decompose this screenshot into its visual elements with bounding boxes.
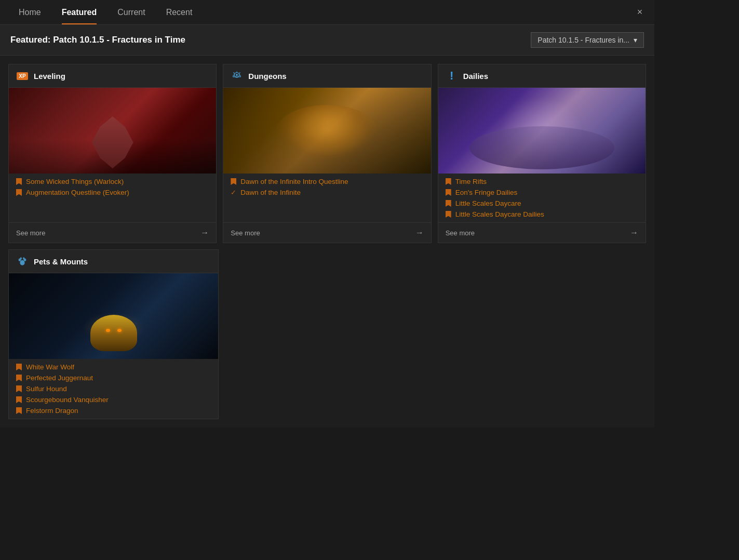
bookmark-icon — [446, 178, 451, 185]
dungeons-see-more[interactable]: See more → — [223, 222, 431, 243]
list-item[interactable]: Augmentation Questline (Evoker) — [16, 189, 209, 196]
dungeon-icon — [231, 70, 243, 82]
sub-header: Featured: Patch 10.1.5 - Fractures in Ti… — [0, 25, 654, 56]
arrow-right-icon: → — [415, 228, 424, 237]
svg-line-3 — [239, 73, 240, 74]
dailies-title: Dailies — [463, 72, 488, 81]
bookmark-icon — [446, 189, 451, 196]
tab-recent[interactable]: Recent — [156, 0, 203, 24]
dungeons-header: Dungeons — [223, 64, 431, 88]
bookmark-icon — [16, 375, 22, 381]
dailies-header: ! Dailies — [438, 64, 646, 88]
dailies-image — [438, 88, 646, 174]
leveling-links: Some Wicked Things (Warlock) Augmentatio… — [9, 174, 216, 222]
pets-mounts-header: Pets & Mounts — [9, 250, 218, 273]
list-item[interactable]: Little Scales Daycare Dailies — [446, 210, 638, 218]
leveling-title: Leveling — [34, 72, 65, 81]
dungeons-section: Dungeons Dawn of the Infinite Intro Ques… — [223, 64, 431, 243]
tab-home[interactable]: Home — [8, 0, 51, 24]
dungeons-links: Dawn of the Infinite Intro Questline ✓ D… — [223, 174, 431, 222]
pets-mounts-image — [9, 273, 218, 359]
dungeons-title: Dungeons — [248, 72, 286, 81]
close-button[interactable]: × — [634, 6, 646, 19]
svg-line-4 — [234, 73, 235, 74]
list-item[interactable]: Little Scales Daycare — [446, 199, 638, 207]
bookmark-icon — [231, 178, 236, 185]
bookmark-icon — [446, 211, 451, 218]
page-title: Featured: Patch 10.1.5 - Fractures in Ti… — [10, 35, 185, 45]
pets-mounts-links: White War Wolf Perfected Juggernaut Sulf… — [9, 359, 218, 419]
title-bar: Home Featured Current Recent × — [0, 0, 654, 25]
svg-point-5 — [20, 260, 24, 265]
paw-icon — [16, 255, 29, 268]
leveling-see-more[interactable]: See more → — [9, 222, 216, 243]
leveling-header: XP Leveling — [9, 64, 216, 88]
patch-dropdown-label: Patch 10.1.5 - Fractures in... — [538, 36, 629, 44]
list-item[interactable]: White War Wolf — [16, 363, 211, 371]
svg-point-9 — [23, 257, 25, 260]
list-item[interactable]: Sulfur Hound — [16, 385, 211, 393]
bookmark-icon — [16, 407, 22, 414]
list-item[interactable]: Eon's Fringe Dailies — [446, 189, 638, 196]
bookmark-icon — [16, 385, 22, 392]
leveling-section: XP Leveling Some Wicked Things (Warlock)… — [8, 64, 217, 243]
pets-mounts-section: Pets & Mounts White War Wolf Perfected J… — [8, 249, 219, 419]
list-item[interactable]: Time Rifts — [446, 178, 638, 185]
dailies-icon: ! — [446, 70, 458, 82]
list-item[interactable]: Felstorm Dragon — [16, 407, 211, 415]
list-item[interactable]: Dawn of the Infinite Intro Questline — [231, 178, 423, 185]
xp-icon: XP — [16, 70, 29, 82]
svg-point-1 — [236, 74, 238, 76]
list-item[interactable]: Perfected Juggernaut — [16, 374, 211, 382]
bookmark-icon — [16, 396, 22, 403]
svg-point-8 — [20, 257, 22, 260]
tab-current[interactable]: Current — [107, 0, 155, 24]
list-item[interactable]: Scourgebound Vanquisher — [16, 396, 211, 404]
bookmark-icon — [446, 200, 451, 207]
arrow-right-icon: → — [630, 228, 638, 237]
bookmark-icon — [16, 178, 22, 185]
check-icon: ✓ — [231, 189, 236, 196]
list-item[interactable]: ✓ Dawn of the Infinite — [231, 189, 423, 196]
list-item[interactable]: Some Wicked Things (Warlock) — [16, 178, 209, 185]
dailies-section: ! Dailies Time Rifts Eon's Fringe Dailie… — [438, 64, 646, 243]
leveling-image — [9, 88, 216, 174]
patch-dropdown[interactable]: Patch 10.1.5 - Fractures in... ▾ — [531, 32, 644, 48]
dailies-links: Time Rifts Eon's Fringe Dailies Little S… — [438, 174, 646, 222]
pets-mounts-title: Pets & Mounts — [34, 257, 88, 266]
top-sections-grid: XP Leveling Some Wicked Things (Warlock)… — [8, 64, 646, 243]
chevron-down-icon: ▾ — [634, 36, 637, 44]
dailies-see-more[interactable]: See more → — [438, 222, 646, 243]
dungeons-image — [223, 88, 431, 174]
bookmark-icon — [16, 189, 22, 196]
bottom-sections-grid: Pets & Mounts White War Wolf Perfected J… — [8, 249, 646, 419]
nav-tabs: Home Featured Current Recent — [8, 0, 203, 24]
tab-featured[interactable]: Featured — [51, 0, 108, 24]
empty-right-area — [225, 249, 646, 419]
bookmark-icon — [16, 364, 22, 370]
arrow-right-icon: → — [200, 228, 209, 237]
main-content: XP Leveling Some Wicked Things (Warlock)… — [0, 56, 654, 428]
